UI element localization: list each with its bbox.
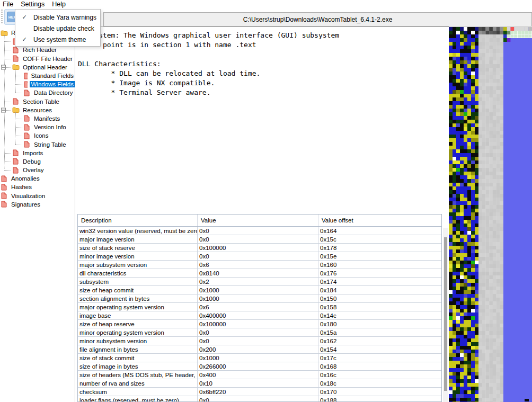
cell-value: 0x400000 xyxy=(198,311,318,319)
document-icon xyxy=(23,90,31,96)
cell-value: 0x200 xyxy=(198,345,318,353)
table-row[interactable]: major subsystem version0x60x160 xyxy=(78,261,441,269)
tree-item-label: Visualization xyxy=(10,193,46,199)
document-icon xyxy=(23,124,31,131)
table-row[interactable]: minor image version0x00x15e xyxy=(78,252,441,261)
table-row[interactable]: section alignment in bytes0x10000x150 xyxy=(78,294,441,303)
cell-value: 0x0 xyxy=(198,235,318,243)
table-row[interactable]: checksum0x6bff2200x170 xyxy=(78,388,441,396)
collapse-expander-icon[interactable] xyxy=(1,108,6,112)
toolbar-drag-handle[interactable] xyxy=(1,10,3,24)
tree-item-windows-fields[interactable]: Windows Fields xyxy=(0,80,75,88)
settings-dropdown-menu: ✓Disable Yara warningsDisable update che… xyxy=(15,9,101,47)
document-icon xyxy=(12,55,20,62)
byte-visualization[interactable] xyxy=(449,27,532,402)
cell-description: major operating system version xyxy=(78,303,198,311)
table-row[interactable]: loader flags (reserved, must be zero)0x0… xyxy=(78,396,441,402)
tree-item-overlay[interactable]: Overlay xyxy=(0,166,75,174)
column-header-description[interactable]: Description xyxy=(78,215,198,226)
tree-guide-line xyxy=(15,69,16,93)
cell-value-offset: 0x15a xyxy=(318,328,441,336)
table-row[interactable]: image base0x4000000x14c xyxy=(78,311,441,320)
navigation-tree: RRich HeaderCOFF File HeaderOptional Hea… xyxy=(0,29,75,209)
cell-description: minor subsystem version xyxy=(78,337,198,345)
tree-item-hashes[interactable]: Hashes xyxy=(0,183,75,191)
tree-item-icons[interactable]: Icons xyxy=(0,131,75,140)
tree-item-section-table[interactable]: Section Table xyxy=(0,97,75,106)
cell-description: size of heap commit xyxy=(78,286,198,294)
tree-item-visualization[interactable]: Visualization xyxy=(0,192,75,200)
tree-item-label: Icons xyxy=(33,132,50,139)
cell-value-offset: 0x14c xyxy=(318,311,441,319)
cell-description: file alignment in bytes xyxy=(78,345,198,353)
collapse-expander-icon[interactable] xyxy=(1,65,6,69)
tree-item-debug[interactable]: Debug xyxy=(0,157,75,166)
tree-item-data-directory[interactable]: Data Directory xyxy=(0,88,75,97)
table-row[interactable]: size of heap commit0x10000x184 xyxy=(78,286,441,294)
table-row[interactable]: size of headers (MS DOS stub, PE header,… xyxy=(78,371,441,379)
tree-item-manifests[interactable]: Manifests xyxy=(0,114,75,123)
cell-description: size of heap reserve xyxy=(78,320,198,328)
table-row[interactable]: minor subsystem version0x00x162 xyxy=(78,337,441,345)
tree-item-rich-header[interactable]: Rich Header xyxy=(0,46,75,54)
tree-item-coff-file-header[interactable]: COFF File Header xyxy=(0,55,75,63)
table-scrollbar-thumb[interactable] xyxy=(444,237,447,391)
column-header-value[interactable]: Value xyxy=(198,215,318,226)
table-row[interactable]: minor operating system version0x00x15a xyxy=(78,328,441,337)
tree-item-imports[interactable]: Imports xyxy=(0,149,75,157)
menu-file[interactable]: File xyxy=(0,1,17,8)
tree-item-anomalies[interactable]: Anomalies xyxy=(0,174,75,183)
cell-description: size of headers (MS DOS stub, PE header,… xyxy=(78,371,198,379)
column-header-value-offset[interactable]: Value offset xyxy=(318,215,441,226)
menu-item-disable-yara-warnings[interactable]: ✓Disable Yara warnings xyxy=(15,12,100,23)
tree-item-label: Rich Header xyxy=(22,47,58,53)
menu-item-label: Disable update check xyxy=(33,25,94,32)
tree-item-version-info[interactable]: Version Info xyxy=(0,123,75,131)
tree-item-standard-fields[interactable]: Standard Fields xyxy=(0,72,75,80)
table-row[interactable]: dll characteristics0x81400x176 xyxy=(78,269,441,278)
cell-value: 0x400 xyxy=(198,371,318,379)
table-row[interactable]: win32 version value (reserved, must be z… xyxy=(78,227,441,235)
menu-item-use-system-theme[interactable]: ✓Use system theme xyxy=(15,34,100,45)
tree-item-label: COFF File Header xyxy=(22,56,74,62)
table-header: Description Value Value offset xyxy=(78,215,441,227)
visualization-end-marker xyxy=(525,399,529,401)
table-row[interactable]: major image version0x00x15c xyxy=(78,235,441,244)
navigation-tree-panel: RRich HeaderCOFF File HeaderOptional Hea… xyxy=(0,26,75,402)
tree-item-label: Hashes xyxy=(10,184,33,190)
cell-value: 0x100000 xyxy=(198,320,318,328)
tree-item-optional-header[interactable]: Optional Header xyxy=(0,63,75,72)
tree-item-label: String Table xyxy=(33,141,67,148)
table-row[interactable]: size of stack commit0x10000x17c xyxy=(78,354,441,362)
document-icon xyxy=(23,73,28,79)
table-row[interactable]: size of stack reserve0x1000000x178 xyxy=(78,244,441,252)
menu-help[interactable]: Help xyxy=(48,1,69,8)
tree-item-resources[interactable]: Resources xyxy=(0,106,75,114)
table-scrollbar[interactable] xyxy=(443,228,448,402)
document-icon xyxy=(12,167,20,174)
cell-value: 0x6bff220 xyxy=(198,388,318,396)
cell-description: minor image version xyxy=(78,252,198,260)
menu-item-disable-update-check[interactable]: Disable update check xyxy=(15,23,100,34)
tree-item-label: Anomalies xyxy=(10,175,41,182)
cell-value: 0x2 xyxy=(198,278,318,285)
table-row[interactable]: number of rva and sizes0x100x18c xyxy=(78,379,441,388)
file-tab[interactable]: C:\Users\strup\Downloads\WacomTablet_6.4… xyxy=(103,12,532,26)
cell-value-offset: 0x164 xyxy=(318,227,441,235)
document-icon xyxy=(23,81,28,88)
tree-guide-line xyxy=(15,112,16,145)
table-row[interactable]: file alignment in bytes0x2000x154 xyxy=(78,345,441,354)
table-body: win32 version value (reserved, must be z… xyxy=(78,227,441,402)
tree-item-label: Resources xyxy=(22,107,53,113)
menu-settings[interactable]: Settings xyxy=(17,1,48,8)
table-row[interactable]: size of image in bytes0x2660000x168 xyxy=(78,362,441,371)
cell-value-offset: 0x162 xyxy=(318,337,441,345)
table-row[interactable]: size of heap reserve0x1000000x180 xyxy=(78,320,441,328)
cell-value-offset: 0x154 xyxy=(318,345,441,353)
cell-description: image base xyxy=(78,311,198,319)
cell-value: 0x1000 xyxy=(198,354,318,362)
tree-item-string-table[interactable]: String Table xyxy=(0,140,75,148)
table-row[interactable]: major operating system version0x60x158 xyxy=(78,303,441,311)
tree-item-signatures[interactable]: Signatures xyxy=(0,200,75,209)
table-row[interactable]: subsystem0x20x174 xyxy=(78,278,441,286)
